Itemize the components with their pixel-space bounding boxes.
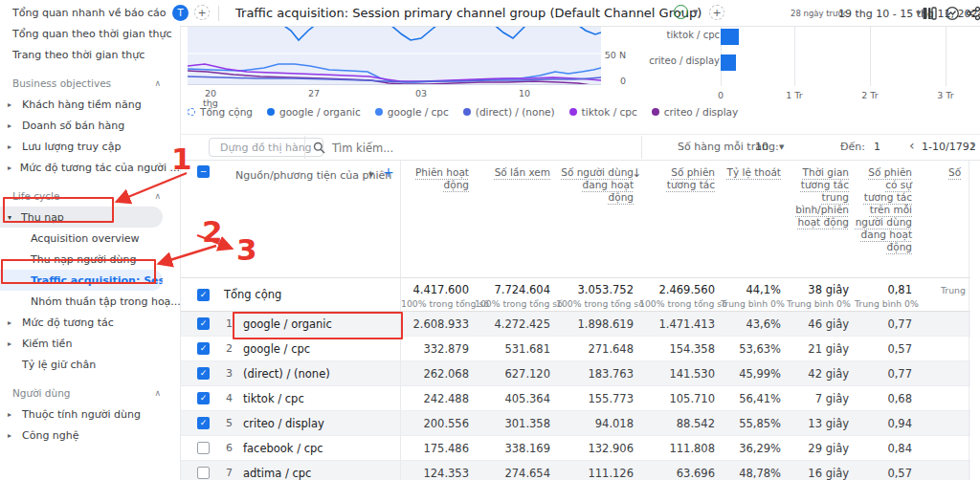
- legend-dot-icon: [652, 108, 659, 116]
- row-value: 183.763: [556, 361, 639, 385]
- sidebar-item-15[interactable]: ▸Mức độ tương tác: [0, 312, 180, 333]
- table-body: ✓Tổng cộng4.417.600100% trong tổng số7.7…: [180, 277, 970, 480]
- legend-dot-icon: [569, 108, 577, 116]
- bar-category-label: criteo / display: [649, 55, 720, 66]
- table-row[interactable]: 7adtima / cpc124.353274.654111.12663.696…: [180, 461, 970, 480]
- row-dimension: tiktok / cpc: [243, 386, 400, 410]
- checkbox-checked[interactable]: ✓: [197, 392, 210, 404]
- totals-value: 2.469.560: [639, 283, 715, 296]
- sidebar-item-label: Tổng quan theo thời gian thực: [12, 28, 171, 40]
- search-input[interactable]: [330, 141, 525, 156]
- row-value: 0,84: [855, 436, 918, 460]
- sidebar-item-16[interactable]: ▸Kiếm tiền: [0, 333, 180, 354]
- totals-cell: 2.469.560100% trong tổng số: [639, 278, 721, 311]
- row-value: 94.018: [556, 411, 639, 435]
- legend-label: google / organic: [279, 106, 361, 118]
- sidebar-item-17[interactable]: Tỷ lệ giữ chân: [0, 354, 180, 375]
- chevron-right-icon: ▸: [8, 100, 22, 109]
- table-row[interactable]: ✓5criteo / display200.556301.35894.01888…: [180, 411, 970, 436]
- metric-header[interactable]: Thời gian tương tác trung bình/phiên hoạ…: [787, 161, 855, 277]
- bar-x-tick: 3 Tr: [928, 90, 963, 100]
- sidebar-item-14[interactable]: Nhóm thuần tập trong hoạ...: [0, 291, 180, 312]
- totals-subvalue: Trung bình 0%: [941, 285, 962, 295]
- row-metrics: 262.068627.120183.763141.53045,99%42 giâ…: [400, 361, 968, 385]
- row-value: 301.358: [475, 411, 556, 435]
- bar-2: [721, 55, 736, 71]
- totals-metrics: 4.417.600100% trong tổng số7.724.604100%…: [400, 278, 968, 311]
- metric-header-label: Số lần xem: [495, 166, 550, 178]
- share-icon[interactable]: [966, 6, 980, 21]
- compare-columns-icon[interactable]: [922, 6, 937, 21]
- row-dimension: (direct) / (none): [243, 361, 400, 385]
- chevron-right-icon: ▸: [8, 431, 22, 440]
- legend-dot-icon: [188, 108, 195, 116]
- legend-dot-icon: [463, 108, 471, 116]
- chevron-down-icon[interactable]: ▼: [693, 9, 698, 16]
- annotation-box-thu-nap: [3, 197, 114, 223]
- row-value: [918, 436, 968, 460]
- line-chart: [188, 27, 601, 85]
- sidebar-item-6[interactable]: ▸Doanh số bán hàng: [0, 115, 180, 136]
- sidebar-item-3[interactable]: Trang theo thời gian thực: [0, 44, 180, 65]
- sidebar-item-18[interactable]: Người dùng∧: [0, 382, 180, 404]
- metric-header[interactable]: Số lần xem: [475, 161, 556, 277]
- row-value: 242.488: [401, 386, 475, 410]
- metric-header[interactable]: Tỷ lệ thoát: [721, 161, 787, 277]
- checkbox-checked[interactable]: ✓: [197, 289, 210, 301]
- sidebar-item-8[interactable]: ▸Mức độ tương tác của người ...: [0, 157, 180, 178]
- prev-page-button[interactable]: ‹: [909, 138, 915, 153]
- table-row[interactable]: ✓2google / cpc332.879531.681271.648154.3…: [180, 337, 970, 361]
- sidebar-item-7[interactable]: ▸Lưu lượng truy cập: [0, 136, 180, 157]
- plot-rows-button[interactable]: Dựng đồ thị hàng: [209, 138, 323, 157]
- metric-header[interactable]: Số người dùng đang hoạt động: [556, 161, 639, 277]
- checkbox-unchecked[interactable]: [197, 442, 210, 454]
- rows-per-page-value[interactable]: 10: [755, 141, 768, 153]
- row-value: 0,77: [855, 312, 918, 336]
- table-row[interactable]: ✓4tiktok / cpc242.488405.364155.773105.7…: [180, 386, 970, 411]
- add-button[interactable]: +: [709, 5, 724, 20]
- checkbox-checked[interactable]: ✓: [197, 317, 210, 330]
- bar-gridline: [870, 27, 871, 86]
- row-value: [918, 411, 968, 435]
- sidebar-item-5[interactable]: ▸Khách hàng tiềm năng: [0, 94, 180, 115]
- sidebar-item-4[interactable]: Business objectives∧: [0, 73, 180, 94]
- sidebar-item-19[interactable]: ▸Thuộc tính người dùng: [0, 404, 180, 425]
- totals-cell: 3.053.752100% trong tổng số: [556, 278, 639, 311]
- goto-page-value[interactable]: 1: [874, 141, 880, 153]
- chevron-down-icon[interactable]: ▼: [779, 143, 784, 151]
- metric-header[interactable]: Số phiên tương tác: [639, 161, 721, 277]
- table-row[interactable]: 6facebook / cpc175.486338.169132.906111.…: [180, 436, 970, 461]
- add-dimension-button[interactable]: +: [383, 164, 394, 180]
- sidebar-item-label: Lưu lượng truy cập: [22, 141, 121, 153]
- legend-label: Tổng cộng: [200, 106, 253, 118]
- metric-header[interactable]: Số: [918, 161, 968, 277]
- metric-header[interactable]: Phiên hoạt động: [401, 161, 475, 277]
- checkbox-checked[interactable]: ✓: [197, 367, 210, 380]
- next-page-button[interactable]: ›: [970, 138, 976, 153]
- checkbox-checked[interactable]: ✓: [197, 342, 210, 355]
- table-row[interactable]: ✓3(direct) / (none)262.068627.120183.763…: [180, 361, 970, 386]
- sidebar-item-11[interactable]: Acquisition overview: [0, 228, 180, 249]
- checkbox-unchecked[interactable]: [197, 467, 210, 479]
- chevron-down-icon[interactable]: ▼: [368, 171, 373, 179]
- chevron-right-icon: ▸: [8, 339, 22, 348]
- metric-header-label: Thời gian tương tác trung bình/phiên hoạ…: [795, 166, 849, 228]
- sidebar-item-20[interactable]: ▸Công nghệ: [0, 425, 180, 446]
- totals-cell: 4.417.600100% trong tổng số: [401, 278, 475, 311]
- avatar[interactable]: T: [172, 5, 189, 21]
- row-value: 111.808: [639, 436, 721, 460]
- table-header: − Nguồn/phương tiện của phiên ▼ + ↓ Phiê…: [180, 161, 969, 277]
- sidebar-item-2[interactable]: Tổng quan theo thời gian thực: [0, 23, 180, 44]
- metric-header[interactable]: Số phiên có sự tương tác trên mỗi người …: [855, 161, 918, 277]
- data-quality-check-icon[interactable]: ✓: [674, 5, 688, 19]
- metric-header-label: Phiên hoạt động: [415, 166, 469, 190]
- sort-descending-icon[interactable]: ↓: [632, 166, 641, 180]
- row-value: 45,99%: [721, 361, 787, 385]
- chevron-down-icon[interactable]: ▼: [916, 10, 921, 17]
- checkbox-checked[interactable]: ✓: [197, 417, 210, 429]
- sidebar-item-1[interactable]: Tổng quan nhanh về báo cáo: [0, 2, 180, 23]
- add-comparison-button[interactable]: +: [194, 5, 210, 20]
- insights-icon[interactable]: [945, 6, 960, 21]
- totals-cell: Trung bình 0%: [918, 278, 968, 311]
- select-all-checkbox[interactable]: −: [197, 165, 210, 178]
